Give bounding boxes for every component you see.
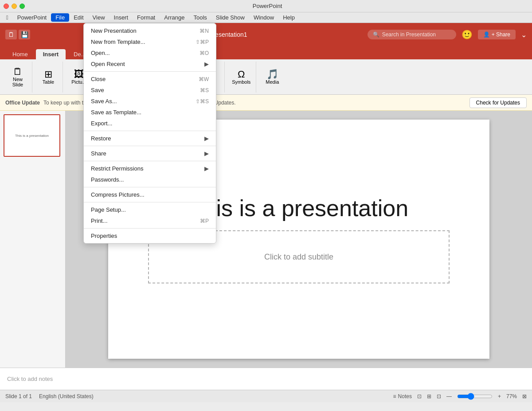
search-bar[interactable]: 🔍 Search in Presentation bbox=[368, 30, 456, 39]
ribbon: 🗒 New Slide ⊞ Table 🖼 Pictu... 🔷 SmartAr… bbox=[0, 59, 532, 95]
menu-insert[interactable]: Insert bbox=[110, 13, 133, 22]
ribbon-group-table: ⊞ Table bbox=[34, 62, 63, 93]
media-button[interactable]: 🎵 Media bbox=[262, 69, 283, 85]
properties-label: Properties bbox=[91, 233, 117, 239]
open-shortcut: ⌘O bbox=[200, 50, 209, 56]
slide-panel: This is a presentation bbox=[0, 111, 66, 368]
traffic-lights[interactable] bbox=[4, 4, 25, 9]
menu-close[interactable]: Close ⌘W bbox=[84, 74, 216, 85]
menu-tools[interactable]: Tools bbox=[189, 13, 211, 22]
separator-5 bbox=[84, 187, 216, 187]
menu-restrict[interactable]: Restrict Permissions ▶ bbox=[84, 163, 216, 174]
zoom-out-icon[interactable]: — bbox=[446, 393, 452, 399]
save-shortcut: ⌘S bbox=[200, 87, 209, 93]
open-label: Open... bbox=[91, 50, 110, 56]
symbols-button[interactable]: Ω Symbols bbox=[230, 69, 252, 85]
menu-page-setup[interactable]: Page Setup... bbox=[84, 204, 216, 215]
menu-save-as[interactable]: Save As... ⇧⌘S bbox=[84, 96, 216, 107]
menu-apple[interactable]:  bbox=[2, 13, 13, 22]
slide-thumb-text: This is a presentation bbox=[15, 134, 49, 138]
menu-arrange[interactable]: Arrange bbox=[160, 13, 189, 22]
menu-properties[interactable]: Properties bbox=[84, 230, 216, 241]
zoom-slider[interactable] bbox=[457, 393, 493, 400]
ribbon-group-media: 🎵 Media bbox=[258, 62, 286, 93]
app-name: PowerPoint bbox=[253, 3, 282, 9]
menu-help[interactable]: Help bbox=[278, 13, 299, 22]
slide-thumbnail[interactable]: This is a presentation bbox=[4, 114, 60, 157]
menu-format[interactable]: Format bbox=[133, 13, 160, 22]
share-button[interactable]: 👤 + Share bbox=[478, 30, 516, 39]
menu-open-recent[interactable]: Open Recent ▶ bbox=[84, 58, 216, 70]
close-button[interactable] bbox=[4, 4, 9, 9]
menu-new-presentation[interactable]: New Presentation ⌘N bbox=[84, 25, 216, 36]
restore-arrow: ▶ bbox=[204, 135, 209, 142]
new-from-template-label: New from Template... bbox=[91, 39, 145, 45]
menu-slideshow[interactable]: Slide Show bbox=[211, 13, 249, 22]
maximize-button[interactable] bbox=[20, 4, 25, 9]
status-bar: Slide 1 of 1 English (United States) ≡ N… bbox=[0, 390, 532, 402]
notes-icon: ≡ bbox=[393, 393, 396, 399]
quick-access-toolbar: 🗒 💾 bbox=[5, 30, 30, 39]
save-as-shortcut: ⇧⌘S bbox=[196, 98, 209, 105]
menu-export[interactable]: Export... bbox=[84, 118, 216, 129]
zoom-in-icon[interactable]: + bbox=[498, 393, 501, 399]
menu-bar:  PowerPoint File Edit View Insert Forma… bbox=[0, 12, 532, 23]
tab-insert[interactable]: Insert bbox=[36, 49, 66, 59]
status-right: ≡ Notes ⊡ ⊞ ⊡ — + 77% ⊠ bbox=[393, 393, 527, 400]
menu-new-from-template[interactable]: New from Template... ⇧⌘P bbox=[84, 36, 216, 47]
menu-share[interactable]: Share ▶ bbox=[84, 148, 216, 159]
menu-compress[interactable]: Compress Pictures... bbox=[84, 189, 216, 200]
grid-icon[interactable]: ⊞ bbox=[427, 393, 431, 399]
minimize-button[interactable] bbox=[12, 4, 17, 9]
menu-open[interactable]: Open... ⌘O bbox=[84, 47, 216, 58]
restrict-arrow: ▶ bbox=[204, 165, 209, 172]
tab-home[interactable]: Home bbox=[5, 49, 35, 59]
menu-save[interactable]: Save ⌘S bbox=[84, 85, 216, 96]
save-qa-button[interactable]: 💾 bbox=[19, 30, 30, 39]
language-label: English (United States) bbox=[39, 393, 94, 399]
main-area: This is a presentation This is a present… bbox=[0, 111, 532, 368]
new-slide-label2: Slide bbox=[12, 82, 23, 87]
new-slide-label: New bbox=[13, 77, 23, 82]
separator-1 bbox=[84, 71, 216, 72]
notes-tab[interactable]: ≡ Notes bbox=[393, 393, 412, 399]
new-from-template-shortcut: ⇧⌘P bbox=[196, 39, 209, 45]
open-recent-label: Open Recent bbox=[91, 61, 125, 67]
present-icon[interactable]: ⊡ bbox=[437, 393, 441, 399]
menu-save-as-template[interactable]: Save as Template... bbox=[84, 107, 216, 118]
check-updates-button[interactable]: Check for Updates bbox=[469, 97, 527, 108]
symbols-icon: Ω bbox=[238, 70, 245, 79]
table-button[interactable]: ⊞ Table bbox=[38, 69, 59, 85]
menu-edit[interactable]: Edit bbox=[69, 13, 88, 22]
menu-view[interactable]: View bbox=[88, 13, 110, 22]
restore-label: Restore bbox=[91, 135, 111, 142]
slide-title[interactable]: This is a presentation bbox=[189, 195, 408, 221]
menu-passwords[interactable]: Passwords... bbox=[84, 174, 216, 185]
fit-to-window-icon[interactable]: ⊠ bbox=[522, 393, 527, 399]
ribbon-tabs: Home Insert De... Slide Show Review View bbox=[0, 46, 532, 59]
chevron-down-icon[interactable]: ⌄ bbox=[521, 31, 527, 39]
new-slide-button[interactable]: 🗒 New Slide bbox=[7, 66, 28, 88]
menu-powerpoint[interactable]: PowerPoint bbox=[13, 13, 51, 22]
notes-area[interactable]: Click to add notes bbox=[0, 368, 532, 390]
smiley-icon: 🙂 bbox=[462, 29, 473, 40]
zoom-level: 77% bbox=[506, 393, 517, 399]
media-label: Media bbox=[266, 79, 279, 85]
separator-6 bbox=[84, 202, 216, 202]
print-shortcut: ⌘P bbox=[200, 218, 209, 224]
menu-restore[interactable]: Restore ▶ bbox=[84, 133, 216, 144]
app-toolbar: 🗒 💾 Presentation1 🔍 Search in Presentati… bbox=[0, 23, 532, 46]
subtitle-placeholder: Click to add subtitle bbox=[264, 252, 333, 262]
fit-icon[interactable]: ⊡ bbox=[417, 393, 422, 399]
notes-label: Notes bbox=[398, 393, 412, 399]
passwords-label: Passwords... bbox=[91, 176, 124, 183]
file-menu: New Presentation ⌘N New from Template...… bbox=[83, 23, 216, 244]
share-icon: 👤 bbox=[483, 31, 490, 38]
page-setup-label: Page Setup... bbox=[91, 206, 126, 213]
share-label: + Share bbox=[492, 31, 510, 38]
menu-file[interactable]: File bbox=[51, 13, 69, 22]
menu-print[interactable]: Print... ⌘P bbox=[84, 215, 216, 226]
compress-label: Compress Pictures... bbox=[91, 191, 145, 198]
menu-window[interactable]: Window bbox=[249, 13, 278, 22]
new-slide-qa-button[interactable]: 🗒 bbox=[5, 30, 17, 39]
